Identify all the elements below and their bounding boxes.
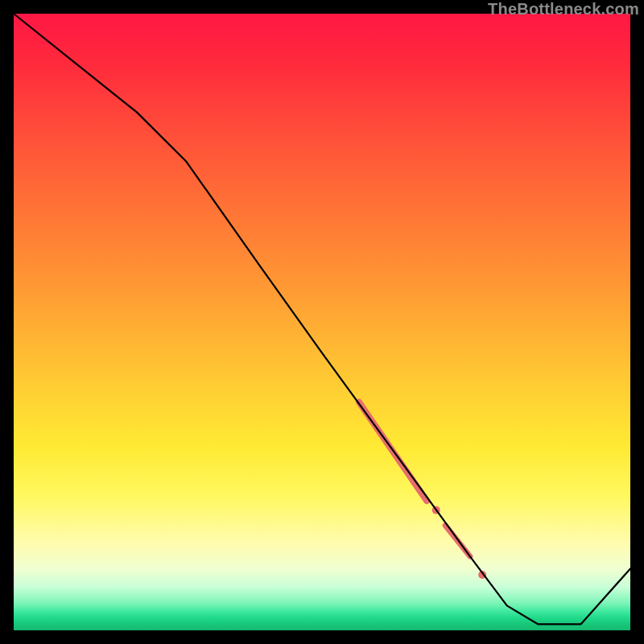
watermark-text: TheBottleneck.com <box>488 0 639 19</box>
chart-container: TheBottleneck.com <box>0 0 644 644</box>
plot-gradient-background <box>14 14 630 630</box>
